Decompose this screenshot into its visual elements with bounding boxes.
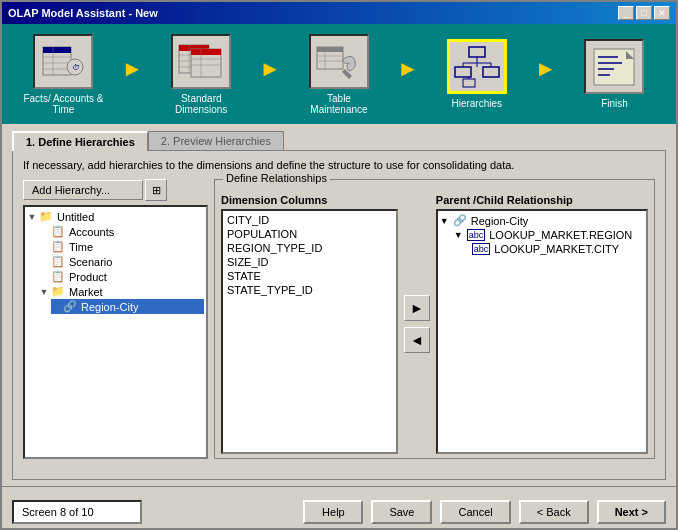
window-controls: _ □ ✕ — [618, 6, 670, 20]
dim-col-state[interactable]: STATE — [225, 269, 394, 283]
tree-item-accounts[interactable]: 📋 Accounts — [39, 224, 204, 239]
arrow-2: ► — [259, 56, 281, 82]
dim-col-state-type-id[interactable]: STATE_TYPE_ID — [225, 283, 394, 297]
step-finish-label: Finish — [601, 98, 628, 109]
root-folder-icon: 📁 — [39, 210, 53, 223]
parent-child-label: Parent /Child Relationship — [436, 194, 648, 206]
svg-rect-26 — [455, 67, 471, 77]
step-facts-label: Facts/ Accounts & Time — [23, 93, 103, 115]
dim-col-region-type-id[interactable]: REGION_TYPE_ID — [225, 241, 394, 255]
back-button[interactable]: < Back — [519, 500, 589, 524]
step-table-maint: Table Maintenance — [294, 34, 384, 115]
step-facts-icon-box: ⏱ — [33, 34, 93, 89]
time-icon: 📋 — [51, 240, 65, 253]
accounts-icon: 📋 — [51, 225, 65, 238]
define-relationships-panel: Define Relationships Dimension Columns C… — [214, 179, 655, 459]
pc-tree-region-city[interactable]: ▼ 🔗 Region-City — [440, 213, 644, 228]
tree-label-accounts: Accounts — [69, 226, 114, 238]
dimension-columns-panel: Dimension Columns CITY_ID POPULATION REG… — [221, 194, 398, 454]
dim-col-population[interactable]: POPULATION — [225, 227, 394, 241]
small-icon-button[interactable]: ⊞ — [145, 179, 167, 201]
bottom-bar: Screen 8 of 10 Help Save Cancel < Back N… — [2, 486, 676, 530]
cancel-button[interactable]: Cancel — [440, 500, 510, 524]
remove-from-rel-button[interactable]: ◄ — [404, 327, 430, 353]
dim-col-city-id[interactable]: CITY_ID — [225, 213, 394, 227]
pc-tree-lookup-region[interactable]: ▼ abc LOOKUP_MARKET.REGION — [454, 228, 644, 242]
tree-item-product[interactable]: 📋 Product — [39, 269, 204, 284]
tree-label-market: Market — [69, 286, 103, 298]
pc-label-lookup-region: LOOKUP_MARKET.REGION — [489, 229, 632, 241]
window-title: OLAP Model Assistant - New — [8, 7, 158, 19]
title-bar: OLAP Model Assistant - New _ □ ✕ — [2, 2, 676, 24]
hierarchy-tree[interactable]: ▼ 📁 Untitled 📋 Accounts 📋 Time — [23, 205, 208, 459]
left-panel: Add Hierarchy... ⊞ ▼ 📁 Untitled — [23, 179, 208, 459]
parent-child-panel: Parent /Child Relationship ▼ 🔗 Region-Ci… — [436, 194, 648, 454]
pc-abc-city-icon: abc — [472, 243, 491, 255]
next-button[interactable]: Next > — [597, 500, 666, 524]
tree-item-scenario[interactable]: 📋 Scenario — [39, 254, 204, 269]
close-button[interactable]: ✕ — [654, 6, 670, 20]
main-content: 1. Define Hierarchies 2. Preview Hierarc… — [2, 124, 676, 486]
tree-expand-root: ▼ — [27, 212, 37, 222]
svg-text:⏱: ⏱ — [72, 63, 80, 72]
pc-label-lookup-city: LOOKUP_MARKET.CITY — [494, 243, 619, 255]
step-table-maint-label: Table Maintenance — [310, 93, 367, 115]
arrow-3: ► — [397, 56, 419, 82]
add-hierarchy-button[interactable]: Add Hierarchy... — [23, 180, 143, 200]
minimize-button[interactable]: _ — [618, 6, 634, 20]
top-button-row: Add Hierarchy... ⊞ — [23, 179, 208, 201]
svg-rect-15 — [191, 49, 221, 55]
step-hierarchies: Hierarchies — [432, 39, 522, 109]
description-text: If necessary, add hierarchies to the dim… — [23, 159, 655, 171]
tabs-row: 1. Define Hierarchies 2. Preview Hierarc… — [12, 130, 666, 150]
step-table-maint-icon-box — [309, 34, 369, 89]
parent-child-list[interactable]: ▼ 🔗 Region-City ▼ abc LOOKUP_MARKET.REGI… — [436, 209, 648, 454]
rel-content: Dimension Columns CITY_ID POPULATION REG… — [221, 184, 648, 454]
svg-rect-27 — [483, 67, 499, 77]
tree-item-region-city[interactable]: 🔗 Region-City — [51, 299, 204, 314]
step-finish: Finish — [569, 39, 659, 109]
add-to-rel-button[interactable]: ► — [404, 295, 430, 321]
define-rel-title: Define Relationships — [223, 172, 330, 184]
pc-abc-region-icon: abc — [467, 229, 486, 241]
tree-root[interactable]: ▼ 📁 Untitled — [27, 209, 204, 224]
svg-rect-25 — [469, 47, 485, 57]
arrow-1: ► — [121, 56, 143, 82]
market-folder-icon: 📁 — [51, 285, 65, 298]
dim-col-size-id[interactable]: SIZE_ID — [225, 255, 394, 269]
step-std-dim-label: Standard Dimensions — [175, 93, 227, 115]
step-hierarchies-label: Hierarchies — [451, 98, 502, 109]
scenario-icon: 📋 — [51, 255, 65, 268]
pc-tree-lookup-city[interactable]: abc LOOKUP_MARKET.CITY — [468, 242, 644, 256]
arrow-4: ► — [535, 56, 557, 82]
step-std-dim-icon-box — [171, 34, 231, 89]
tree-root-label: Untitled — [57, 211, 94, 223]
pc-label-region-city: Region-City — [471, 215, 528, 227]
tree-item-market[interactable]: ▼ 📁 Market — [39, 284, 204, 299]
tree-item-time[interactable]: 📋 Time — [39, 239, 204, 254]
svg-rect-20 — [317, 47, 343, 52]
svg-rect-32 — [463, 79, 475, 87]
arrows-column: ► ◄ — [402, 194, 432, 454]
tree-label-region-city: Region-City — [81, 301, 138, 313]
tab-preview-hierarchies[interactable]: 2. Preview Hierarchies — [148, 131, 284, 151]
tab-panel-define: If necessary, add hierarchies to the dim… — [12, 150, 666, 480]
tree-label-time: Time — [69, 241, 93, 253]
step-std-dim: Standard Dimensions — [156, 34, 246, 115]
tree-label-scenario: Scenario — [69, 256, 112, 268]
tab-define-hierarchies[interactable]: 1. Define Hierarchies — [12, 131, 148, 151]
pc-expand-region-city: ▼ — [440, 216, 449, 226]
dimension-columns-label: Dimension Columns — [221, 194, 398, 206]
maximize-button[interactable]: □ — [636, 6, 652, 20]
dimension-columns-list[interactable]: CITY_ID POPULATION REGION_TYPE_ID SIZE_I… — [221, 209, 398, 454]
region-city-icon: 🔗 — [63, 300, 77, 313]
product-icon: 📋 — [51, 270, 65, 283]
save-button[interactable]: Save — [371, 500, 432, 524]
pc-region-city-icon: 🔗 — [453, 214, 467, 227]
svg-rect-1 — [43, 47, 71, 53]
tree-label-product: Product — [69, 271, 107, 283]
help-button[interactable]: Help — [303, 500, 363, 524]
screen-indicator: Screen 8 of 10 — [12, 500, 142, 524]
wizard-steps-bar: ⏱ Facts/ Accounts & Time ► Standard Dime… — [2, 24, 676, 124]
grid-icon: ⊞ — [152, 184, 161, 197]
